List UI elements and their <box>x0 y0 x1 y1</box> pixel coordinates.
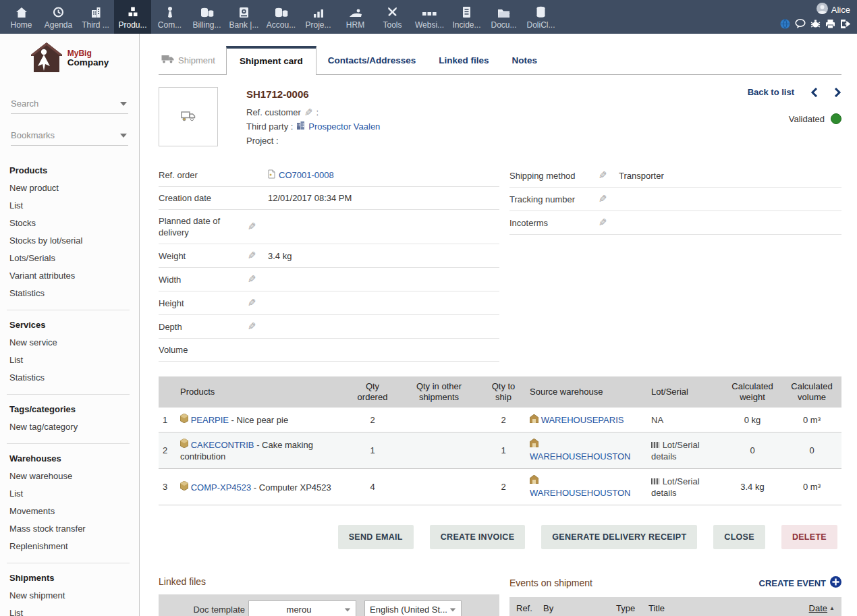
nav-item-bank[interactable]: Bank |... <box>225 0 262 34</box>
generate-delivery-receipt-button[interactable]: GENERATE DELIVERY RECEIPT <box>541 525 697 549</box>
nav-item-documents[interactable]: Docu... <box>485 0 522 34</box>
events-col-date-sort[interactable]: Date ▲ <box>809 603 835 613</box>
warehouse-link[interactable]: WAREHOUSEHOUSTON <box>530 451 631 461</box>
nav-item-incidents[interactable]: Incide... <box>448 0 485 34</box>
bookmarks-dropdown[interactable]: Bookmarks <box>11 125 128 146</box>
create-invoice-button[interactable]: CREATE INVOICE <box>430 525 526 549</box>
sidebar-item-shipments-list[interactable]: List <box>9 605 132 616</box>
edit-width-icon[interactable]: ✎ <box>248 273 256 285</box>
edit-depth-icon[interactable]: ✎ <box>248 320 256 333</box>
print-icon[interactable] <box>825 19 835 31</box>
third-party-link[interactable]: Prospector Vaalen <box>308 119 380 134</box>
globe-icon[interactable] <box>780 19 790 31</box>
product-link[interactable]: CAKECONTRIB <box>191 440 254 450</box>
product-link[interactable]: PEARPIE <box>191 415 229 425</box>
events-title: Events on shipment <box>509 578 592 588</box>
nav-item-billing[interactable]: Billing... <box>188 0 225 34</box>
section-title-tags: Tags/categories <box>9 402 132 418</box>
search-dropdown[interactable]: Search <box>11 94 128 114</box>
sidebar-item-products-statistics[interactable]: Statistics <box>9 285 132 302</box>
sidebar-item-new-product[interactable]: New product <box>9 179 132 197</box>
documents-icon <box>497 5 510 18</box>
tab-contacts-addresses[interactable]: Contacts/Addresses <box>316 55 428 74</box>
nav-item-accounting[interactable]: Accou... <box>262 0 300 34</box>
send-email-button[interactable]: SEND EMAIL <box>338 525 414 549</box>
edit-planned-date-icon[interactable]: ✎ <box>248 221 256 233</box>
sidebar-item-new-warehouse[interactable]: New warehouse <box>9 468 132 485</box>
edit-weight-icon[interactable]: ✎ <box>248 250 256 262</box>
company-name-bottom: Company <box>67 58 109 67</box>
sidebar-item-warehouses-list[interactable]: List <box>9 485 132 503</box>
field-depth: Depth ✎ <box>159 315 499 339</box>
col-calc-volume: Calculated volume <box>782 376 841 408</box>
line-number: 2 <box>159 432 176 469</box>
doc-template-select[interactable]: merou <box>248 600 356 616</box>
tab-shipment-card[interactable]: Shipment card <box>226 46 316 75</box>
chat-icon[interactable] <box>795 19 806 31</box>
status-validated-dot <box>831 113 841 124</box>
user-menu[interactable]: Alice <box>817 3 850 16</box>
nav-label: Third ... <box>82 20 109 30</box>
sidebar-item-new-shipment[interactable]: New shipment <box>9 587 132 605</box>
linked-files-title: Linked files <box>159 576 499 594</box>
sidebar-item-movements[interactable]: Movements <box>9 503 132 520</box>
bottom-section: Linked files Doc template merou English … <box>159 576 841 616</box>
delete-button[interactable]: DELETE <box>781 525 837 549</box>
warehouse-link[interactable]: WAREHOUSEPARIS <box>541 415 624 425</box>
sidebar-item-products-list[interactable]: List <box>9 197 132 215</box>
ref-order-link[interactable]: CO7001-0008 <box>279 170 334 180</box>
sidebar-item-services-statistics[interactable]: Statistics <box>9 369 132 387</box>
sidebar-item-stocks-by-lot[interactable]: Stocks by lot/serial <box>9 232 132 250</box>
nav-label: Billing... <box>192 20 221 30</box>
logout-icon[interactable] <box>840 19 850 31</box>
edit-ref-customer-icon[interactable]: ✎ <box>304 105 313 119</box>
hrm-icon <box>349 5 362 18</box>
edit-height-icon[interactable]: ✎ <box>248 297 256 309</box>
tab-notes[interactable]: Notes <box>501 55 549 74</box>
events-table-header: Ref. By Type Title Date ▲ <box>509 597 841 616</box>
sidebar-item-stocks[interactable]: Stocks <box>9 215 132 232</box>
field-label: Planned date of delivery <box>159 215 248 238</box>
sidebar-item-new-service[interactable]: New service <box>9 334 132 352</box>
nav-item-products[interactable]: Produ... <box>114 0 151 34</box>
nav-item-agenda[interactable]: Agenda <box>40 0 77 34</box>
edit-incoterms-icon[interactable]: ✎ <box>599 217 607 229</box>
tab-linked-files[interactable]: Linked files <box>427 55 500 74</box>
previous-record-icon[interactable] <box>810 88 818 97</box>
table-row: 3 COMP-XP4523 - Computer XP4523 4 2 WARE… <box>159 469 841 505</box>
sidebar-item-new-tag[interactable]: New tag/category <box>9 418 132 436</box>
edit-shipping-method-icon[interactable]: ✎ <box>599 169 607 181</box>
chevron-down-icon <box>120 102 127 106</box>
sidebar-item-mass-stock-transfer[interactable]: Mass stock transfer <box>9 520 132 538</box>
nav-item-commercial[interactable]: Com... <box>151 0 188 34</box>
edit-tracking-number-icon[interactable]: ✎ <box>599 193 607 205</box>
field-creation-date: Creation date 12/01/2017 08:34 PM <box>159 187 499 210</box>
warehouse-link[interactable]: WAREHOUSEHOUSTON <box>530 488 631 498</box>
sidebar-item-services-list[interactable]: List <box>9 352 132 369</box>
next-record-icon[interactable] <box>834 88 841 97</box>
nav-item-tools[interactable]: Tools <box>374 0 411 34</box>
bug-icon[interactable] <box>810 19 821 31</box>
qty-other <box>397 432 481 469</box>
product-link[interactable]: COMP-XP4523 <box>191 482 252 493</box>
sidebar-item-replenishment[interactable]: Replenishment <box>9 538 132 555</box>
close-button[interactable]: CLOSE <box>713 525 765 549</box>
nav-item-website[interactable]: Websi... <box>411 0 448 34</box>
home-icon <box>16 5 28 18</box>
back-to-list-link[interactable]: Back to list <box>748 87 794 97</box>
document-generation-panel: Doc template merou English (United St...… <box>159 594 499 616</box>
doc-template-label: Doc template <box>159 605 245 615</box>
nav-item-hrm[interactable]: HRM <box>337 0 374 34</box>
create-event-link[interactable]: CREATE EVENT <box>759 576 841 590</box>
sidebar-item-lots-serials[interactable]: Lots/Serials <box>9 250 132 267</box>
nav-item-third-parties[interactable]: Third ... <box>77 0 114 34</box>
nav-item-home[interactable]: Home <box>3 0 40 34</box>
language-select[interactable]: English (United St... <box>364 600 462 616</box>
ref-customer-label: Ref. customer <box>246 105 301 119</box>
nav-item-dolicloud[interactable]: DoliCl... <box>522 0 559 34</box>
sidebar-item-variant-attributes[interactable]: Variant attributes <box>9 267 132 285</box>
tab-label: Linked files <box>439 55 489 65</box>
company-logo: MyBig Company <box>0 42 139 75</box>
fields-left: Ref. order CO7001-0008 Creation date 12/… <box>159 164 499 362</box>
nav-item-projects[interactable]: Proje... <box>300 0 337 34</box>
